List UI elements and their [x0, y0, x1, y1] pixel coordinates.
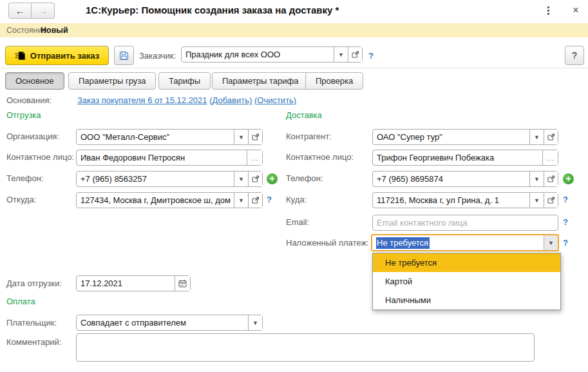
- basis-clear-link[interactable]: (Очистить): [254, 95, 296, 105]
- chevron-down-icon: ▼: [238, 176, 244, 182]
- forward-button[interactable]: →: [32, 3, 55, 19]
- open-form-icon: [547, 197, 555, 204]
- to-address-value[interactable]: 117216, Москва г, ул Грина, д. 1: [373, 193, 529, 208]
- from-address-help-icon[interactable]: ?: [267, 195, 272, 204]
- cod-value[interactable]: Не требуется: [372, 235, 544, 250]
- organization-combobox[interactable]: ООО "Металл-Сервис" ▼: [76, 129, 263, 145]
- cod-help-icon[interactable]: ?: [563, 238, 568, 248]
- recipient-phone-open-button[interactable]: [544, 171, 558, 186]
- shipper-phone-value[interactable]: +7 (965) 8563257: [77, 171, 234, 186]
- organization-dropdown-button[interactable]: ▼: [234, 130, 248, 144]
- cod-option-card[interactable]: Картой: [373, 272, 560, 291]
- tab-cargo-params[interactable]: Параметры груза: [68, 72, 156, 90]
- payer-value[interactable]: Совпадает с отправителем: [77, 315, 248, 330]
- from-address-open-button[interactable]: [248, 193, 262, 208]
- tab-tariff-params[interactable]: Параметры тарифа: [212, 72, 308, 90]
- open-form-icon: [252, 175, 260, 182]
- shipper-contact-choose-button[interactable]: ...: [247, 150, 262, 165]
- counterparty-dropdown-button[interactable]: ▼: [529, 130, 544, 144]
- cod-option-not-required[interactable]: Не требуется: [373, 253, 560, 272]
- from-address-label: Откуда:: [6, 195, 36, 204]
- shipper-contact-value[interactable]: Иван Федорович Петросян: [77, 150, 247, 165]
- open-form-icon: [352, 51, 359, 58]
- from-address-combobox[interactable]: 127434, Москва г, Дмитровское ш, дом ▼: [76, 192, 263, 208]
- email-input[interactable]: [373, 215, 558, 230]
- counterparty-open-button[interactable]: [544, 130, 558, 144]
- send-order-button[interactable]: Отправить заказ: [5, 46, 109, 65]
- to-address-combobox[interactable]: 117216, Москва г, ул Грина, д. 1 ▼: [372, 192, 558, 208]
- save-button[interactable]: [114, 46, 134, 65]
- cod-option-cash[interactable]: Наличными: [373, 291, 560, 309]
- customer-open-button[interactable]: [348, 47, 362, 62]
- basis-add-link[interactable]: (Добавить): [209, 95, 252, 105]
- customer-value[interactable]: Праздник для всех ООО: [182, 47, 334, 62]
- shipping-date-value[interactable]: 17.12.2021: [77, 276, 175, 291]
- shipping-date-field[interactable]: 17.12.2021: [76, 275, 191, 291]
- tab-main[interactable]: Основное: [5, 72, 64, 90]
- chevron-down-icon: ▼: [238, 197, 244, 204]
- basis-document-link[interactable]: Заказ покупателя 6 от 15.12.2021: [77, 95, 207, 105]
- send-document-icon: [15, 51, 26, 61]
- tab-label: Параметры груза: [79, 76, 146, 86]
- email-help-icon[interactable]: ?: [563, 217, 568, 227]
- chevron-down-icon: ▼: [238, 134, 244, 141]
- chevron-down-icon: ▼: [534, 176, 540, 182]
- cod-dropdown-button[interactable]: ▼: [544, 235, 558, 250]
- shipping-date-label: Дата отгрузки:: [6, 279, 62, 288]
- back-button[interactable]: ←: [8, 3, 32, 19]
- to-address-help-icon[interactable]: ?: [563, 195, 568, 204]
- recipient-phone-dropdown-button[interactable]: ▼: [529, 171, 544, 186]
- chevron-down-icon: ▼: [534, 134, 540, 141]
- basis-links: Заказ покупателя 6 от 15.12.2021 (Добави…: [77, 95, 296, 105]
- to-address-dropdown-button[interactable]: ▼: [529, 193, 544, 208]
- close-button[interactable]: ×: [569, 3, 582, 17]
- status-bar: Состояние: Новый: [0, 23, 588, 37]
- organization-label: Организация:: [6, 132, 59, 141]
- selected-text: Не требуется: [376, 237, 430, 249]
- shipper-phone-combobox[interactable]: +7 (965) 8563257 ▼: [76, 171, 263, 187]
- shipper-add-phone-button[interactable]: +: [267, 173, 278, 184]
- from-address-value[interactable]: 127434, Москва г, Дмитровское ш, дом: [77, 193, 234, 208]
- more-menu-button[interactable]: [544, 6, 553, 16]
- shipping-date-calendar-button[interactable]: [175, 276, 190, 291]
- nav-history-group: ← →: [8, 3, 55, 19]
- customer-dropdown-button[interactable]: ▼: [334, 47, 348, 62]
- email-label: Email:: [286, 217, 309, 227]
- recipient-phone-combobox[interactable]: +7 (965) 8695874 ▼: [372, 171, 558, 187]
- customer-combobox[interactable]: Праздник для всех ООО ▼: [181, 46, 363, 63]
- help-button[interactable]: ?: [565, 46, 584, 65]
- recipient-add-phone-button[interactable]: +: [563, 173, 574, 184]
- recipient-phone-value[interactable]: +7 (965) 8695874: [373, 171, 529, 186]
- plus-icon: +: [269, 173, 274, 184]
- shipper-phone-dropdown-button[interactable]: ▼: [234, 171, 248, 186]
- forward-arrow-icon: →: [38, 5, 48, 16]
- recipient-contact-choose-button[interactable]: ...: [542, 150, 558, 165]
- payer-dropdown-button[interactable]: ▼: [248, 315, 262, 330]
- tab-label: Параметры тарифа: [222, 76, 298, 86]
- organization-open-button[interactable]: [248, 130, 262, 144]
- recipient-contact-field[interactable]: Трифон Георгиевич Побежака ...: [372, 150, 558, 166]
- cod-combobox[interactable]: Не требуется ▼: [371, 234, 559, 251]
- open-form-icon: [252, 133, 260, 141]
- save-floppy-icon: [119, 51, 129, 61]
- open-form-icon: [547, 133, 555, 141]
- shipper-contact-field[interactable]: Иван Федорович Петросян ...: [76, 150, 263, 166]
- from-address-dropdown-button[interactable]: ▼: [234, 193, 248, 208]
- order-assistant-window: ← → 1С:Курьер: Помощник создания заказа …: [0, 0, 588, 372]
- delivery-section-title: Доставка: [286, 110, 322, 120]
- to-address-open-button[interactable]: [544, 193, 558, 208]
- tab-check[interactable]: Проверка: [305, 72, 363, 90]
- organization-value[interactable]: ООО "Металл-Сервис": [77, 130, 234, 144]
- send-order-label: Отправить заказ: [30, 51, 99, 61]
- question-icon: ?: [572, 50, 577, 61]
- customer-help-icon[interactable]: ?: [368, 51, 374, 61]
- shipper-phone-open-button[interactable]: [248, 171, 262, 186]
- payer-combobox[interactable]: Совпадает с отправителем ▼: [76, 315, 263, 331]
- payment-section-title: Оплата: [6, 297, 35, 306]
- ellipsis-icon: ...: [546, 154, 554, 162]
- comment-textarea[interactable]: [76, 333, 535, 362]
- recipient-contact-value[interactable]: Трифон Георгиевич Побежака: [373, 150, 542, 165]
- tab-tariffs[interactable]: Тарифы: [158, 72, 211, 90]
- counterparty-value[interactable]: ОАО "Супер тур": [373, 130, 529, 144]
- counterparty-combobox[interactable]: ОАО "Супер тур" ▼: [372, 129, 558, 145]
